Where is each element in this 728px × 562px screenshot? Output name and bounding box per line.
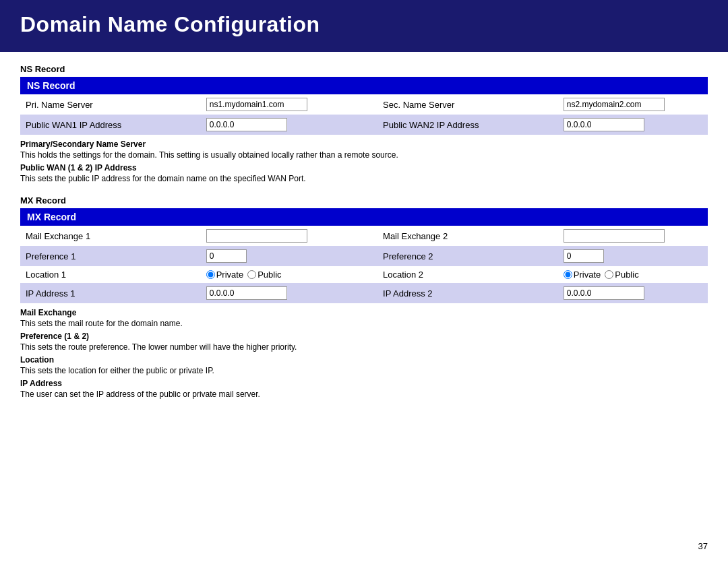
location-2-private-label: Private <box>574 270 601 280</box>
preference-2-input[interactable] <box>564 249 604 263</box>
mx-desc-title-4: IP Address <box>20 379 62 388</box>
wan1-ip-input-cell <box>201 115 351 135</box>
sec-name-server-label: Sec. Name Server <box>377 94 558 115</box>
wan2-ip-input[interactable] <box>564 118 644 131</box>
location-1-radio-cell: Private Public <box>201 266 351 283</box>
ns-row-1: Pri. Name Server Sec. Name Server <box>20 94 708 115</box>
ip-address-2-input[interactable] <box>564 286 644 300</box>
wan1-ip-label: Public WAN1 IP Address <box>20 115 201 135</box>
location-2-public-label: Public <box>615 270 638 280</box>
sec-name-server-input[interactable] <box>564 98 665 111</box>
ns-record-table: NS Record Pri. Name Server Sec. Name Ser… <box>20 77 708 135</box>
mx-desc-text-1: This sets the mail route for the domain … <box>20 319 708 328</box>
mail-exchange-1-input-cell <box>201 226 351 246</box>
location-2-radio-group: Private Public <box>564 270 702 280</box>
location-1-private-radio[interactable] <box>206 270 215 279</box>
preference-2-label: Preference 2 <box>377 246 558 266</box>
mx-header-row: MX Record <box>20 208 708 226</box>
preference-1-input-cell <box>201 246 351 266</box>
preference-1-label: Preference 1 <box>20 246 201 266</box>
mail-exchange-1-input[interactable] <box>206 229 307 243</box>
mx-row-ip-address: IP Address 1 IP Address 2 <box>20 283 708 303</box>
preference-1-input[interactable] <box>206 249 247 263</box>
mx-record-section: MX Record MX Record Mail Exchange 1 Mail… <box>20 195 708 399</box>
pri-name-server-label: Pri. Name Server <box>20 94 201 115</box>
mx-desc-title-2: Preference (1 & 2) <box>20 332 89 341</box>
mail-exchange-2-input-cell <box>558 226 708 246</box>
location-2-private-radio[interactable] <box>564 270 572 279</box>
mx-row-preference: Preference 1 Preference 2 <box>20 246 708 266</box>
location-1-public-radio[interactable] <box>247 270 256 279</box>
ip-address-1-input[interactable] <box>206 286 287 300</box>
mx-row-location: Location 1 Private Public Locatio <box>20 266 708 283</box>
pri-name-server-input[interactable] <box>206 98 307 111</box>
location-2-private-option[interactable]: Private <box>564 270 601 280</box>
mail-exchange-2-input[interactable] <box>564 229 665 243</box>
mx-header-cell: MX Record <box>20 208 708 226</box>
ns-desc-text-1: This holds the settings for the domain. … <box>20 150 708 160</box>
ns-description-block: Primary/Secondary Name Server This holds… <box>20 139 708 183</box>
location-1-private-option[interactable]: Private <box>206 270 243 280</box>
ns-section-label: NS Record <box>20 64 708 74</box>
mx-row-mail-exchange: Mail Exchange 1 Mail Exchange 2 <box>20 226 708 246</box>
location-1-public-label: Public <box>257 270 281 280</box>
mx-desc-text-3: This sets the location for either the pu… <box>20 366 708 375</box>
ip-address-1-label: IP Address 1 <box>20 283 201 303</box>
mx-description-block: Mail Exchange This sets the mail route f… <box>20 307 708 399</box>
wan2-ip-label: Public WAN2 IP Address <box>377 115 558 135</box>
location-1-label: Location 1 <box>20 266 201 283</box>
ip-address-2-label: IP Address 2 <box>377 283 558 303</box>
mx-desc-text-4: The user can set the IP address of the p… <box>20 389 708 399</box>
page-title: Domain Name Configuration <box>20 12 708 37</box>
mx-desc-title-3: Location <box>20 355 54 365</box>
location-1-private-label: Private <box>216 270 243 280</box>
location-2-public-radio[interactable] <box>605 270 613 279</box>
location-2-label: Location 2 <box>377 266 558 283</box>
mx-record-table: MX Record Mail Exchange 1 Mail Exchange … <box>20 208 708 303</box>
ns-record-section: NS Record NS Record Pri. Name Server Sec… <box>20 64 708 183</box>
ip-address-1-input-cell <box>201 283 351 303</box>
mx-desc-text-2: This sets the route preference. The lowe… <box>20 342 708 352</box>
wan1-ip-input[interactable] <box>206 118 287 131</box>
ns-header-row: NS Record <box>20 77 708 94</box>
location-2-radio-cell: Private Public <box>558 266 708 283</box>
sec-name-server-input-cell <box>558 94 708 115</box>
location-1-radio-group: Private Public <box>206 270 345 280</box>
ns-desc-text-2: This sets the public IP address for the … <box>20 174 708 183</box>
mail-exchange-2-label: Mail Exchange 2 <box>377 226 558 246</box>
location-2-public-option[interactable]: Public <box>605 270 638 280</box>
preference-2-input-cell <box>558 246 708 266</box>
mx-desc-title-1: Mail Exchange <box>20 308 76 317</box>
page-header: Domain Name Configuration <box>0 0 728 52</box>
wan2-ip-input-cell <box>558 115 708 135</box>
pri-name-server-input-cell <box>201 94 351 115</box>
location-1-public-option[interactable]: Public <box>247 270 281 280</box>
ns-row-2: Public WAN1 IP Address Public WAN2 IP Ad… <box>20 115 708 135</box>
ns-desc-title-2: Public WAN (1 & 2) IP Address <box>20 163 137 173</box>
ns-desc-title-1: Primary/Secondary Name Server <box>20 139 146 149</box>
page-number: 37 <box>698 541 708 551</box>
mx-section-label: MX Record <box>20 195 708 206</box>
mail-exchange-1-label: Mail Exchange 1 <box>20 226 201 246</box>
ip-address-2-input-cell <box>558 283 708 303</box>
ns-header-cell: NS Record <box>20 77 708 94</box>
